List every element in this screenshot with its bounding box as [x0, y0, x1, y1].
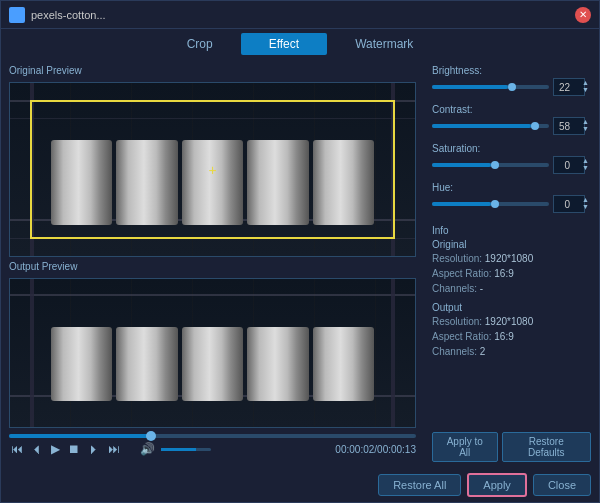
edit-window: pexels-cotton... ✕ Crop Effect Watermark… [0, 0, 600, 503]
output-aspect-value: 16:9 [494, 331, 513, 342]
contrast-value-input[interactable] [553, 117, 585, 135]
contrast-fill [432, 124, 531, 128]
hue-fill [432, 202, 491, 206]
play-button[interactable]: ▶ [49, 441, 62, 457]
skip-forward-button[interactable]: ⏭ [106, 441, 122, 457]
contrast-up-arrow[interactable]: ▲ [582, 118, 589, 125]
original-image [10, 83, 415, 256]
app-icon [9, 7, 25, 23]
original-info-block: Original Resolution: 1920*1080 Aspect Ra… [432, 239, 591, 296]
saturation-row: Saturation: [432, 143, 591, 154]
brightness-label: Brightness: [432, 65, 487, 76]
skip-back-button[interactable]: ⏮ [9, 441, 25, 457]
hue-row: Hue: [432, 182, 591, 193]
output-aspect-line: Aspect Ratio: 16:9 [432, 329, 591, 344]
output-info-block: Output Resolution: 1920*1080 Aspect Rati… [432, 302, 591, 359]
hue-group: Hue: ▲ ▼ [432, 182, 591, 213]
saturation-group: Saturation: ▲ ▼ [432, 143, 591, 174]
output-channels-value: 2 [480, 346, 486, 357]
info-section: Info Original Resolution: 1920*1080 Aspe… [432, 225, 591, 365]
contrast-slider-row: ▲ ▼ [432, 117, 591, 135]
hue-up-arrow[interactable]: ▲ [582, 196, 589, 203]
brightness-slider[interactable] [432, 85, 549, 89]
output-resolution-value: 1920*1080 [485, 316, 533, 327]
brightness-value-input[interactable] [553, 78, 585, 96]
output-info-title: Output [432, 302, 591, 313]
contrast-label: Contrast: [432, 104, 487, 115]
hue-thumb [491, 200, 499, 208]
brightness-down-arrow[interactable]: ▼ [582, 86, 589, 93]
saturation-label: Saturation: [432, 143, 487, 154]
contrast-group: Contrast: ▲ ▼ [432, 104, 591, 135]
contrast-down-arrow[interactable]: ▼ [582, 125, 589, 132]
tab-watermark[interactable]: Watermark [327, 33, 441, 55]
seek-thumb [146, 431, 156, 441]
playback-controls: ⏮ ⏴ ▶ ⏹ ⏵ ⏭ 🔊 00:00:02/00:00:13 [9, 441, 416, 457]
apply-button[interactable]: Apply [467, 473, 527, 497]
contrast-thumb [531, 122, 539, 130]
saturation-slider[interactable] [432, 163, 549, 167]
brightness-slider-row: ▲ ▼ [432, 78, 591, 96]
info-title: Info [432, 225, 591, 236]
contrast-row: Contrast: [432, 104, 591, 115]
hue-slider[interactable] [432, 202, 549, 206]
right-panel: Brightness: ▲ ▼ [424, 59, 599, 468]
titlebar: pexels-cotton... ✕ [1, 1, 599, 29]
output-aspect-label: Aspect Ratio: [432, 331, 491, 342]
main-content: Original Preview [1, 59, 599, 468]
tab-effect[interactable]: Effect [241, 33, 327, 55]
seek-fill [9, 434, 151, 438]
tab-crop[interactable]: Crop [159, 33, 241, 55]
hue-spin: ▲ ▼ [582, 196, 589, 210]
brightness-thumb [508, 83, 516, 91]
contrast-spin: ▲ ▼ [582, 118, 589, 132]
saturation-value-input[interactable] [553, 156, 585, 174]
file-name: pexels-cotton... [31, 9, 575, 21]
restore-all-button[interactable]: Restore All [378, 474, 461, 496]
saturation-slider-row: ▲ ▼ [432, 156, 591, 174]
hue-down-arrow[interactable]: ▼ [582, 203, 589, 210]
original-channels-line: Channels: - [432, 281, 591, 296]
hue-value-input[interactable] [553, 195, 585, 213]
original-preview-label: Original Preview [9, 65, 416, 76]
saturation-fill [432, 163, 491, 167]
hue-label: Hue: [432, 182, 487, 193]
original-preview: + [9, 82, 416, 257]
original-resolution-line: Resolution: 1920*1080 [432, 251, 591, 266]
output-resolution-label: Resolution: [432, 316, 482, 327]
right-action-buttons: Apply to All Restore Defaults [432, 428, 591, 462]
brightness-fill [432, 85, 508, 89]
hue-slider-row: ▲ ▼ [432, 195, 591, 213]
bottom-buttons: Restore All Apply Close [1, 468, 599, 502]
saturation-value-wrap: ▲ ▼ [553, 156, 591, 174]
volume-icon: 🔊 [138, 441, 157, 457]
saturation-spin: ▲ ▼ [582, 157, 589, 171]
volume-slider[interactable] [161, 448, 211, 451]
restore-defaults-button[interactable]: Restore Defaults [502, 432, 592, 462]
output-preview [9, 278, 416, 428]
brightness-up-arrow[interactable]: ▲ [582, 79, 589, 86]
seek-bar[interactable] [9, 434, 416, 438]
original-channels-value: - [480, 283, 483, 294]
original-aspect-label: Aspect Ratio: [432, 268, 491, 279]
original-channels-label: Channels: [432, 283, 477, 294]
output-resolution-line: Resolution: 1920*1080 [432, 314, 591, 329]
tab-bar: Crop Effect Watermark [1, 29, 599, 59]
cans-original [51, 135, 375, 230]
saturation-up-arrow[interactable]: ▲ [582, 157, 589, 164]
contrast-value-wrap: ▲ ▼ [553, 117, 591, 135]
close-icon[interactable]: ✕ [575, 7, 591, 23]
brightness-value-wrap: ▲ ▼ [553, 78, 591, 96]
close-button[interactable]: Close [533, 474, 591, 496]
apply-to-all-button[interactable]: Apply to All [432, 432, 498, 462]
saturation-down-arrow[interactable]: ▼ [582, 164, 589, 171]
brightness-group: Brightness: ▲ ▼ [432, 65, 591, 96]
step-back-button[interactable]: ⏴ [29, 441, 45, 457]
stop-button[interactable]: ⏹ [66, 441, 82, 457]
output-image [10, 279, 415, 427]
step-forward-button[interactable]: ⏵ [86, 441, 102, 457]
contrast-slider[interactable] [432, 124, 549, 128]
brightness-spin: ▲ ▼ [582, 79, 589, 93]
brightness-row: Brightness: [432, 65, 591, 76]
time-display: 00:00:02/00:00:13 [335, 444, 416, 455]
